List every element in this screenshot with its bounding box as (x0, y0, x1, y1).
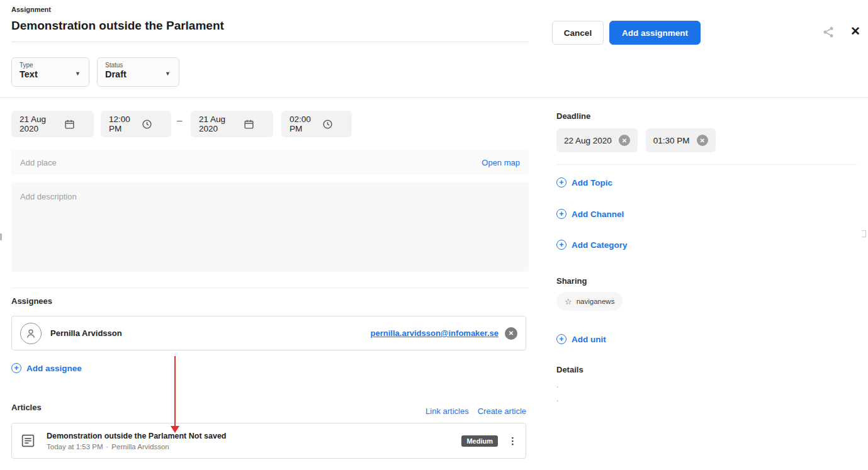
status-dropdown-label: Status (105, 62, 171, 69)
plus-circle-icon: + (556, 177, 566, 187)
plus-circle-icon: + (556, 240, 566, 250)
plus-circle-icon: + (11, 363, 21, 373)
add-unit-label: Add unit (572, 335, 606, 344)
article-title: Demonstration outside the Parlament Not … (47, 432, 226, 440)
type-dropdown-value: Text (20, 69, 81, 79)
start-date-picker[interactable]: 21 Aug 2020 (11, 111, 94, 137)
article-row[interactable]: Demonstration outside the Parlament Not … (11, 423, 526, 459)
deadline-date-value: 22 Aug 2020 (564, 136, 612, 145)
description-input[interactable]: Add description (11, 182, 529, 272)
add-topic-label: Add Topic (572, 178, 612, 187)
assignee-email-link[interactable]: pernilla.arvidsson@infomaker.se (371, 328, 499, 338)
type-dropdown[interactable]: Type Text ▼ (11, 57, 89, 87)
assignment-dialog: Assignment Demonstration outside the Par… (0, 0, 868, 470)
deadline-time-value: 01:30 PM (653, 136, 690, 145)
sharing-unit-chip[interactable]: ☆ naviganews (556, 292, 623, 311)
remove-deadline-date-icon[interactable]: ✕ (619, 135, 630, 146)
left-edge-artifact (0, 233, 2, 240)
deadline-time-chip[interactable]: 01:30 PM ✕ (646, 128, 716, 152)
article-document-icon (20, 433, 36, 449)
calendar-icon (244, 119, 254, 130)
metadata-panel: Deadline 22 Aug 2020 ✕ 01:30 PM ✕ + Add … (556, 111, 857, 402)
start-time-value: 12:00 PM (109, 115, 142, 133)
header-divider (0, 97, 868, 98)
close-icon[interactable]: ✕ (850, 24, 860, 38)
assignment-field-label: Assignment (11, 6, 51, 13)
deadline-chips: 22 Aug 2020 ✕ 01:30 PM ✕ (556, 128, 857, 152)
remove-assignee-icon[interactable]: ✕ (505, 327, 517, 340)
chevron-down-icon: ▼ (75, 70, 81, 77)
sharing-heading: Sharing (556, 276, 857, 286)
start-date-value: 21 Aug 2020 (20, 115, 64, 133)
date-range-separator: – (177, 115, 182, 125)
open-map-link[interactable]: Open map (482, 158, 520, 167)
place-input[interactable]: Add place Open map (11, 150, 529, 175)
link-articles-link[interactable]: Link articles (426, 406, 469, 416)
annotation-arrow-head (171, 426, 179, 433)
add-channel-label: Add Channel (572, 210, 624, 219)
end-date-value: 21 Aug 2020 (199, 115, 244, 133)
article-timestamp: Today at 1:53 PM (47, 443, 103, 450)
add-topic-button[interactable]: + Add Topic (556, 177, 857, 187)
kebab-menu-icon[interactable]: ⋮ (508, 435, 517, 447)
clock-icon (322, 119, 333, 130)
assignment-title-input[interactable]: Demonstration outside the Parlament (11, 19, 529, 42)
calendar-icon (64, 119, 75, 130)
deadline-heading: Deadline (556, 111, 857, 121)
end-date-picker[interactable]: 21 Aug 2020 (191, 111, 273, 137)
annotation-arrow (174, 356, 176, 427)
sharing-unit-name: naviganews (577, 298, 615, 305)
remove-deadline-time-icon[interactable]: ✕ (697, 135, 708, 146)
priority-badge: Medium (461, 435, 498, 447)
plus-circle-icon: + (556, 334, 566, 344)
add-assignee-label: Add assignee (26, 364, 82, 373)
meta-separator: · (106, 443, 109, 450)
start-time-picker[interactable]: 12:00 PM (101, 111, 171, 137)
status-dropdown[interactable]: Status Draft ▼ (97, 57, 179, 87)
add-unit-button[interactable]: + Add unit (556, 334, 857, 344)
add-channel-button[interactable]: + Add Channel (556, 209, 857, 219)
details-heading: Details (556, 365, 857, 374)
description-placeholder: Add description (20, 192, 77, 201)
article-actions: Link articles Create article (11, 406, 526, 416)
cancel-button[interactable]: Cancel (552, 21, 604, 45)
details-row: . (556, 381, 857, 388)
details-row: . (556, 394, 857, 402)
deadline-divider (556, 164, 857, 165)
section-divider (11, 288, 529, 288)
person-avatar-icon (20, 323, 42, 344)
article-author: Pernilla Arvidsson (111, 443, 169, 450)
right-edge-artifact (862, 230, 866, 237)
status-dropdown-value: Draft (105, 69, 171, 79)
add-category-label: Add Category (572, 240, 628, 250)
assignees-heading: Assignees (11, 296, 52, 306)
assignee-row: Pernilla Arvidsson pernilla.arvidsson@in… (11, 316, 526, 350)
place-placeholder: Add place (20, 158, 57, 167)
deadline-date-chip[interactable]: 22 Aug 2020 ✕ (556, 128, 638, 152)
add-assignment-button[interactable]: Add assignment (609, 21, 701, 45)
type-dropdown-label: Type (20, 62, 81, 69)
chevron-down-icon: ▼ (165, 70, 171, 77)
star-icon: ☆ (565, 297, 572, 306)
assignee-name: Pernilla Arvidsson (50, 328, 122, 338)
clock-icon (142, 119, 152, 130)
create-article-link[interactable]: Create article (478, 406, 526, 416)
plus-circle-icon: + (556, 209, 566, 219)
article-meta: Today at 1:53 PM · Pernilla Arvidsson (47, 443, 226, 450)
add-category-button[interactable]: + Add Category (556, 240, 857, 250)
add-assignee-button[interactable]: + Add assignee (11, 363, 82, 373)
end-time-value: 02:00 PM (290, 115, 322, 133)
share-icon[interactable] (822, 26, 835, 38)
end-time-picker[interactable]: 02:00 PM (281, 111, 352, 137)
